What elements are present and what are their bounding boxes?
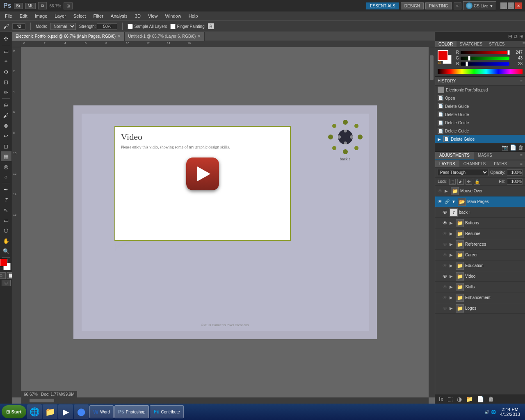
brush-tool[interactable]: 🖌 (1, 110, 11, 120)
add-style-btn[interactable]: fx (438, 396, 445, 402)
history-snapshot-btn[interactable]: 📷 (502, 144, 508, 151)
color-spectrum-bar[interactable] (438, 69, 523, 74)
visibility-education[interactable]: 👁 (442, 262, 448, 269)
adjustments-menu[interactable]: ≡ (518, 152, 525, 160)
layer-resume[interactable]: 👁 ▶ 📁 Resume (435, 228, 525, 239)
menu-3d[interactable]: 3D (132, 13, 144, 19)
layer-main-pages[interactable]: 👁 🔗 ▼ 📂 Main Pages (435, 196, 525, 207)
taskbar-ie-icon[interactable]: 🌐 (27, 404, 42, 419)
workspace-design[interactable]: DESIGN (401, 2, 424, 9)
history-new-doc-btn[interactable]: 📄 (510, 144, 516, 151)
create-group-btn[interactable]: 📁 (465, 396, 474, 402)
layers-panel-menu[interactable]: ≡ (518, 160, 525, 167)
maximize-button[interactable]: □ (508, 2, 514, 9)
expand-enhancement[interactable]: ▶ (450, 295, 454, 300)
menu-file[interactable]: File (2, 13, 16, 19)
history-item-dg1[interactable]: 📄 Delete Guide (435, 102, 525, 110)
history-brush-tool[interactable]: ↩ (1, 131, 11, 141)
history-document-item[interactable]: Electronic Portfolio.psd (435, 86, 525, 94)
close-button[interactable]: ✕ (515, 2, 522, 9)
lock-transparent-btn[interactable]: ⬚ (449, 179, 456, 185)
menu-layer[interactable]: Layer (51, 13, 69, 19)
expand-career[interactable]: ▶ (450, 253, 454, 257)
start-button[interactable]: ⊞ Start (2, 405, 26, 418)
taskbar-word-app[interactable]: W Word (89, 405, 114, 418)
3d-tool[interactable]: ⬡ (1, 226, 11, 235)
taskbar-chrome-icon[interactable]: ⬤ (74, 404, 89, 419)
visibility-main-pages[interactable]: 👁 (437, 199, 443, 205)
layer-skills[interactable]: 👁 ▶ 📁 Skills (435, 282, 525, 292)
foreground-color[interactable] (0, 259, 7, 266)
mini-bridge-button[interactable]: Mb (25, 3, 36, 9)
panel-icon-btn-1[interactable]: ⊟ (508, 34, 512, 39)
cs-live-button[interactable]: CS Live ▼ (463, 1, 496, 10)
create-adjustment-btn[interactable]: ◑ (456, 396, 463, 402)
layer-career[interactable]: 👁 ▶ 📁 Career (435, 250, 525, 260)
layer-education[interactable]: 👁 ▶ 📁 Education (435, 260, 525, 271)
red-thumb[interactable] (507, 50, 510, 55)
move-tool[interactable]: ✣ (1, 34, 11, 43)
layer-enhancement[interactable]: 👁 ▶ 📁 Enhancement (435, 292, 525, 303)
menu-select[interactable]: Select (70, 13, 89, 19)
airbrush-icon[interactable]: 🅰 (208, 23, 214, 30)
visibility-career[interactable]: 👁 (442, 252, 448, 258)
menu-edit[interactable]: Edit (16, 13, 31, 19)
zoom-tool[interactable]: 🔍 (1, 246, 11, 256)
layer-buttons[interactable]: 👁 ▶ 📁 Buttons (435, 218, 525, 228)
blue-slider[interactable] (461, 62, 509, 66)
finger-painting-check[interactable]: Finger Painting (170, 24, 204, 29)
shape-tool[interactable]: ▭ (1, 215, 11, 225)
type-tool[interactable]: T (1, 195, 11, 205)
mode-select[interactable]: Normal Multiply Screen (50, 23, 76, 30)
tab-untitled-1[interactable]: Untitled-1 @ 66.7% (Layer 6, RGB/8) ✕ (125, 32, 205, 41)
pen-tool[interactable]: ✒ (1, 185, 11, 194)
history-item-dg3[interactable]: 📄 Delete Guide (435, 119, 525, 127)
dodge-tool[interactable]: ○ (1, 172, 11, 182)
screen-mode-toggle[interactable]: ⊟ (2, 280, 11, 286)
visibility-logos[interactable]: 👁 (442, 305, 448, 312)
quick-mask-button[interactable]: ⬜ (7, 272, 13, 279)
lock-pixels-btn[interactable]: 🖌 (457, 179, 464, 185)
lock-position-btn[interactable]: ✣ (466, 179, 472, 185)
arrange-button[interactable]: ⧉ (38, 2, 47, 9)
visibility-resume[interactable]: 👁 (442, 231, 448, 237)
vertical-scrollbar[interactable] (429, 47, 435, 397)
history-item-dg4[interactable]: 📄 Delete Guide (435, 127, 525, 135)
crop-tool[interactable]: ⊡ (1, 77, 11, 87)
lock-all-btn[interactable]: 🔒 (474, 179, 480, 185)
brush-size-input[interactable] (12, 23, 25, 30)
panel-icon-btn-2[interactable]: ⧉ (514, 34, 518, 39)
tab-swatches[interactable]: SWATCHES (457, 41, 486, 47)
standard-mode-button[interactable]: □ (0, 272, 6, 279)
tab-masks[interactable]: MASKS (474, 152, 496, 160)
green-thumb[interactable] (468, 56, 470, 61)
horizontal-scrollbar[interactable] (21, 397, 429, 404)
workspace-painting[interactable]: PAINTING (425, 2, 452, 9)
menu-image[interactable]: Image (32, 13, 51, 19)
eraser-tool[interactable]: ◻ (1, 141, 11, 151)
menu-filter[interactable]: Filter (90, 13, 106, 19)
visibility-mouse-over[interactable]: 👁 (437, 188, 443, 194)
layer-logos[interactable]: 👁 ▶ 📁 Logos (435, 303, 525, 314)
tab-paths[interactable]: PATHS (490, 160, 511, 167)
visibility-enhancement[interactable]: 👁 (442, 294, 448, 301)
more-workspaces-button[interactable]: » (454, 2, 462, 9)
blur-tool[interactable]: ◎ (1, 162, 11, 171)
clone-stamp-tool[interactable]: ⊗ (1, 121, 11, 130)
tab-channels[interactable]: CHANNELS (459, 160, 490, 167)
expand-mouse-over[interactable]: ▶ (445, 189, 450, 193)
taskbar-contribute-app[interactable]: Fc Contribute (150, 405, 183, 418)
expand-resume[interactable]: ▶ (450, 231, 454, 236)
opacity-input[interactable] (507, 169, 523, 176)
healing-brush-tool[interactable]: ⊕ (1, 100, 11, 110)
fill-input[interactable] (507, 178, 523, 185)
bridge-button[interactable]: Br (14, 3, 23, 9)
tab-close-2[interactable]: ✕ (197, 34, 201, 39)
expand-main-pages[interactable]: ▼ (452, 199, 457, 204)
v-scroll-thumb[interactable] (430, 55, 434, 80)
blend-mode-select[interactable]: Pass Through Normal Multiply (438, 169, 488, 176)
menu-help[interactable]: Help (185, 13, 201, 19)
delete-layer-btn[interactable]: 🗑 (487, 396, 495, 402)
taskbar-ps-app[interactable]: Ps Photoshop (114, 405, 149, 418)
strength-input[interactable] (97, 23, 117, 30)
